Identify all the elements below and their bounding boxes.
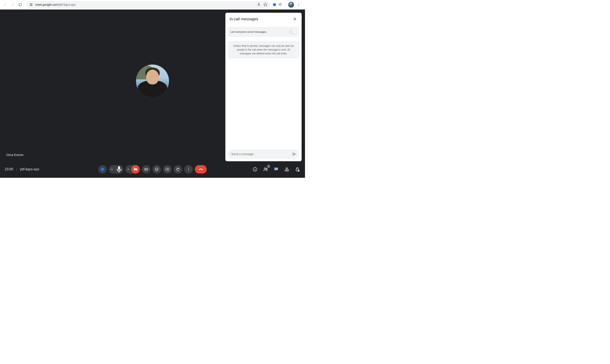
svg-point-24 — [285, 170, 286, 171]
browser-toolbar: meet.google.com/ybf-kqcs-oyo — [0, 0, 305, 10]
camera-control — [125, 165, 140, 173]
camera-toggle-button[interactable] — [131, 165, 140, 173]
people-button[interactable]: 1 — [263, 166, 269, 172]
chat-panel: In-call messages Let everyone send messa… — [225, 13, 302, 161]
separator: | — [16, 167, 17, 171]
reactions-button[interactable] — [152, 165, 161, 173]
forward-button[interactable] — [9, 1, 16, 8]
url-host: meet.google.com — [35, 3, 58, 6]
svg-rect-25 — [287, 170, 288, 171]
site-settings-icon[interactable] — [29, 3, 33, 7]
meeting-details-button[interactable] — [252, 166, 258, 172]
chat-permission-label: Let everyone send messages — [230, 30, 266, 33]
chat-close-button[interactable] — [292, 16, 297, 22]
svg-point-18 — [188, 168, 189, 169]
more-options-button[interactable] — [184, 165, 193, 173]
omnibox[interactable]: meet.google.com/ybf-kqcs-oyo — [26, 1, 271, 8]
captions-button[interactable] — [142, 165, 150, 173]
mic-toggle-button[interactable] — [115, 165, 123, 173]
chat-send-button[interactable] — [292, 152, 297, 156]
svg-rect-6 — [258, 3, 259, 5]
chrome-menu-button[interactable] — [296, 2, 302, 8]
svg-point-8 — [298, 4, 299, 5]
chat-input-row — [228, 149, 299, 159]
bottom-bar: 23:00 | ybf-kqcs-oyo — [0, 161, 305, 178]
host-controls-button[interactable] — [294, 166, 300, 172]
info-controls: 1 — [252, 166, 300, 172]
svg-point-7 — [298, 3, 299, 4]
call-controls — [98, 165, 207, 173]
svg-point-15 — [156, 169, 157, 169]
activities-button[interactable] — [284, 166, 290, 172]
microphone-permission-icon[interactable] — [257, 2, 261, 7]
divider — [285, 2, 285, 7]
chat-panel-title: In-call messages — [230, 17, 258, 21]
svg-rect-13 — [145, 168, 148, 170]
svg-point-22 — [264, 168, 266, 169]
reload-button[interactable] — [17, 1, 24, 8]
raise-hand-button[interactable] — [174, 165, 182, 173]
recording-indicator-icon[interactable] — [273, 3, 276, 6]
meeting-code: ybf-kqcs-oyo — [20, 167, 39, 171]
extensions-icon[interactable] — [278, 2, 283, 7]
back-button[interactable] — [2, 1, 9, 8]
mic-options-chevron[interactable] — [109, 168, 115, 171]
chat-input[interactable] — [231, 152, 292, 156]
chrome-profile-avatar[interactable] — [288, 2, 294, 8]
leave-call-button[interactable] — [195, 165, 207, 173]
recording-indicator-button[interactable] — [98, 165, 107, 173]
svg-point-9 — [298, 5, 299, 6]
chat-permission-toggle[interactable] — [289, 30, 297, 34]
clock-time: 23:00 — [5, 167, 13, 171]
camera-options-chevron[interactable] — [125, 168, 131, 171]
meet-app: Dima Eremin In-call messages Let everyon… — [0, 10, 305, 178]
participant-avatar — [136, 65, 169, 98]
svg-point-19 — [188, 169, 189, 170]
chat-message-list — [225, 58, 302, 147]
svg-point-14 — [155, 168, 158, 171]
svg-point-20 — [188, 170, 189, 171]
present-screen-button[interactable] — [163, 165, 172, 173]
people-count-badge: 1 — [267, 165, 270, 168]
svg-point-23 — [266, 168, 267, 169]
participant-name-label: Dima Eremin — [6, 153, 24, 156]
svg-point-16 — [157, 169, 158, 169]
chat-notice: Unless they're pinned, messages can only… — [228, 41, 299, 58]
chat-permission-row: Let everyone send messages — [228, 27, 299, 37]
meeting-info: 23:00 | ybf-kqcs-oyo — [5, 167, 39, 171]
bookmark-star-icon[interactable] — [263, 2, 268, 7]
microphone-control — [109, 165, 123, 173]
chat-button[interactable] — [273, 166, 279, 172]
url-path: /ybf-kqcs-oyo — [58, 3, 75, 6]
